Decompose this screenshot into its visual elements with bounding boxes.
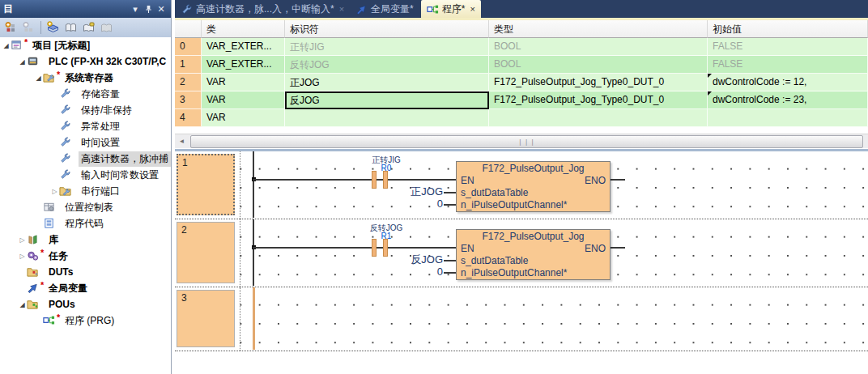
tab-2[interactable]: 程序*×	[421, 0, 481, 18]
tree-item--[interactable]: 时间设置	[0, 134, 171, 151]
tree-item-pous[interactable]: ◢POUs	[0, 296, 171, 312]
tree-collapsed-arrow-icon[interactable]: ▷	[18, 253, 27, 260]
pin-icon[interactable]	[142, 2, 155, 15]
rung-canvas[interactable]	[240, 287, 868, 351]
identifier-cell[interactable]: 反JOG	[285, 91, 489, 109]
initial-value-cell[interactable]: dwControlCode := 12,	[708, 74, 868, 91]
tree-expanded-arrow-icon[interactable]: ◢	[18, 58, 27, 66]
row-index-cell[interactable]: 3	[175, 91, 202, 109]
type-cell[interactable]	[489, 109, 708, 127]
tree-item--[interactable]: 高速计数器，脉冲捕	[0, 151, 171, 167]
tree-item-label: 系统寄存器	[62, 70, 116, 86]
tree-item--[interactable]: 保持/非保持	[0, 102, 171, 118]
tab-0[interactable]: 高速计数器，脉...入，中断输入*×	[175, 0, 350, 18]
type-cell[interactable]: BOOL	[489, 56, 708, 74]
rung-canvas[interactable]: 正转JIGR0正JOG0F172_PulseOutput_JogENENOs_d…	[240, 151, 868, 219]
initial-value-cell[interactable]: dwControlCode := 23,	[708, 91, 868, 109]
col-identifier-header[interactable]: 标识符	[285, 20, 489, 38]
tree-item--[interactable]: *全局变量	[0, 280, 171, 296]
modified-asterisk: *	[40, 248, 45, 257]
function-block[interactable]: F172_PulseOutput_JogENENOs_dutDataTablen…	[456, 229, 611, 280]
library-lock-icon[interactable]	[80, 19, 97, 36]
add-pou-icon[interactable]	[2, 19, 19, 36]
rung-wire	[253, 179, 456, 181]
tree-item--[interactable]: 存储容量	[0, 86, 171, 102]
type-cell[interactable]: F172_PulseOutput_Jog_Type0_DUT_0	[489, 91, 708, 109]
initial-value-cell[interactable]: FALSE	[708, 38, 868, 56]
tree-item--[interactable]: ◢*系统寄存器	[0, 70, 171, 86]
pous-icon	[27, 298, 40, 311]
initial-value-cell[interactable]	[708, 109, 868, 127]
rung-canvas[interactable]: 反转JOGR1反JOG0F172_PulseOutput_JogENENOs_d…	[240, 219, 868, 287]
col-index-header[interactable]	[175, 20, 202, 38]
tree-item--prg-[interactable]: *程序 (PRG)	[0, 312, 171, 329]
row-index-cell[interactable]: 4	[175, 109, 202, 127]
tree-item--[interactable]: ▷串行端口	[0, 183, 171, 199]
variable-table: 类标识符类型初始值0VAR_EXTER...正转JIGBOOLFALSE1VAR…	[175, 20, 868, 127]
class-cell[interactable]: VAR	[202, 91, 285, 109]
scroll-left-arrow-icon[interactable]: ◄	[175, 134, 189, 148]
scrollbar-thumb[interactable]: ❘❘❘	[190, 135, 863, 148]
col-class-header[interactable]: 类	[202, 20, 285, 38]
class-cell[interactable]: VAR_EXTER...	[202, 56, 285, 74]
tree-expanded-arrow-icon[interactable]: ◢	[18, 301, 27, 308]
tasks-icon	[27, 249, 40, 262]
initial-value-cell[interactable]: FALSE	[708, 56, 868, 74]
tree-expanded-arrow-icon[interactable]: ◢	[2, 42, 11, 49]
operand-label[interactable]: 0	[362, 198, 443, 210]
ladder-editor: 1正转JIGR0正JOG0F172_PulseOutput_JogENENOs_…	[175, 151, 868, 374]
tree-collapsed-arrow-icon[interactable]: ▷	[50, 188, 59, 195]
operand-label[interactable]: 正JOG	[362, 186, 443, 198]
row-index-cell[interactable]: 0	[175, 38, 202, 56]
tree-item--[interactable]: ▷库	[0, 232, 171, 248]
class-cell[interactable]: VAR	[202, 109, 285, 127]
row-index-cell[interactable]: 2	[175, 74, 202, 91]
class-cell[interactable]: VAR	[202, 74, 285, 91]
rung-number-block[interactable]: 1	[177, 154, 235, 215]
class-cell[interactable]: VAR_EXTER...	[202, 38, 285, 56]
rung-number-block[interactable]: 3	[177, 290, 235, 347]
identifier-cell[interactable]: 正转JIG	[285, 38, 489, 56]
col-initial-header[interactable]: 初始值	[708, 20, 868, 38]
identifier-cell[interactable]: 反转JOG	[285, 56, 489, 74]
fb-pin-en: EN	[461, 243, 474, 255]
tab-close-icon[interactable]: ×	[339, 4, 344, 14]
open-library-icon[interactable]	[62, 19, 79, 36]
tree-item-label: 异常处理	[79, 119, 122, 134]
modified-asterisk: *	[24, 37, 28, 47]
type-cell[interactable]: F172_PulseOutput_Jog_Type0_DUT_0	[489, 74, 708, 91]
library-disabled-icon[interactable]	[98, 19, 115, 36]
tree-item--[interactable]: ▷*任务	[0, 248, 171, 264]
tree-item--[interactable]: ◢*项目 [无标题]	[0, 37, 171, 53]
operand-label[interactable]: 0	[362, 266, 443, 278]
wrench-icon	[59, 136, 73, 149]
identifier-cell[interactable]: 正JOG	[285, 74, 489, 91]
tree-item--[interactable]: 异常处理	[0, 118, 171, 134]
tree-item-plc-fp-xh-32k-c30t-p-c[interactable]: ◢PLC (FP-XH 32k C30T/P,C	[0, 53, 171, 70]
left-power-rail	[253, 219, 254, 286]
tree-item--[interactable]: 输入时间常数设置	[0, 167, 171, 183]
close-icon[interactable]: ✕	[155, 2, 168, 15]
new-library-icon[interactable]	[45, 19, 62, 36]
operand-label[interactable]: 反JOG	[362, 254, 443, 266]
tree-item--[interactable]: 位置控制表	[0, 199, 171, 215]
tree-item-label: 时间设置	[79, 135, 122, 151]
tab-close-icon[interactable]: ×	[470, 4, 474, 14]
row-index-cell[interactable]: 1	[175, 56, 202, 74]
col-type-header[interactable]: 类型	[489, 20, 708, 38]
tree-item--[interactable]: 程序代码	[0, 215, 171, 232]
tree-item-label: 存储容量	[79, 87, 122, 102]
project-toolbar	[0, 18, 171, 38]
tree-expanded-arrow-icon[interactable]: ◢	[34, 74, 43, 82]
function-block[interactable]: F172_PulseOutput_JogENENOs_dutDataTablen…	[456, 161, 611, 212]
chevron-down-icon[interactable]: ▾	[129, 2, 142, 15]
tab-1[interactable]: 全局变量*	[350, 0, 419, 18]
rung-number-block[interactable]: 2	[177, 222, 235, 283]
identifier-cell[interactable]	[285, 109, 489, 127]
type-cell[interactable]: BOOL	[489, 38, 708, 56]
plc-ide-window: 目 ▾ ✕ ◢*项目 [无标题]◢PLC (FP-XH 32k C30T/P,C…	[0, 0, 868, 374]
tree-collapsed-arrow-icon[interactable]: ▷	[18, 236, 27, 244]
tree-item-duts[interactable]: DUTs	[0, 264, 171, 280]
horizontal-scrollbar[interactable]: ◄ ❘❘❘	[175, 134, 868, 148]
add-disabled-icon[interactable]	[20, 19, 37, 36]
